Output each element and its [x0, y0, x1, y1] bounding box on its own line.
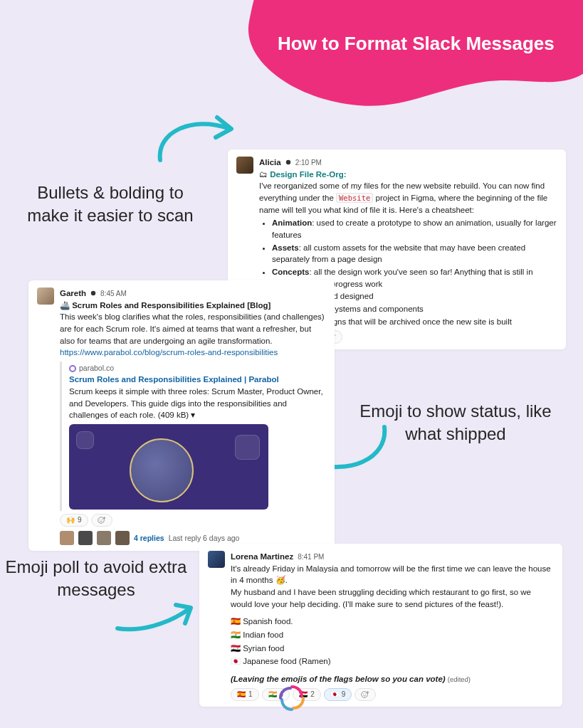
reply-avatar: [60, 531, 74, 545]
user-name[interactable]: Lorena Martinez: [231, 551, 293, 563]
message-line-2: My husband and I have been struggling de…: [231, 586, 554, 610]
status-icon: [285, 157, 291, 169]
poll-option: 🇪🇸 Spanish food.: [231, 616, 554, 628]
svg-point-8: [99, 519, 100, 520]
list-item: Assets: all custom assets for the websit…: [272, 242, 557, 265]
parabol-logo: [278, 684, 306, 712]
message-link[interactable]: https://www.parabol.co/blog/scrum-roles-…: [60, 348, 278, 357]
svg-point-9: [101, 519, 102, 520]
reaction-chip[interactable]: 🇯🇵9: [324, 688, 352, 702]
unfurl-title[interactable]: Scrum Roles and Responsibilities Explain…: [69, 375, 279, 384]
poll-option: 🇯🇵 Japanese food (Ramen): [231, 655, 554, 668]
message-title: Design File Re-Org:: [270, 170, 346, 179]
annotation-emoji-poll: Emoji poll to avoid extra messages: [4, 556, 189, 602]
folder-icon: 🗂: [259, 170, 268, 179]
svg-point-13: [363, 693, 364, 694]
svg-point-6: [91, 291, 95, 295]
edited-label: (edited): [448, 675, 471, 683]
message-body-text: This week's blog clarifies what the role…: [60, 311, 326, 347]
timestamp[interactable]: 8:45 AM: [100, 289, 127, 300]
header-blob: [235, 0, 583, 114]
annotation-bullets-bolding: Bullets & bolding to make it easier to s…: [18, 181, 203, 228]
ship-icon: 🚢: [60, 301, 70, 310]
unfurl-description: Scrum keeps it simple with three roles: …: [69, 386, 326, 421]
unfurl-image[interactable]: [69, 424, 268, 510]
message-title: Scrum Roles and Responsibilities Explain…: [72, 301, 271, 310]
status-icon: [90, 287, 96, 300]
timestamp[interactable]: 2:10 PM: [295, 158, 322, 169]
add-reaction-button[interactable]: [354, 688, 376, 702]
message-title-line: 🚢 Scrum Roles and Responsibilities Expla…: [60, 300, 326, 312]
avatar[interactable]: [236, 157, 253, 174]
reply-avatar: [115, 531, 130, 545]
svg-point-14: [365, 693, 366, 694]
svg-point-0: [285, 160, 290, 164]
unfurl-site: parabol.co: [69, 363, 326, 374]
poll-option: 🇸🇾 Syrian food: [231, 643, 554, 655]
reaction-chip[interactable]: 🇪🇸1: [231, 688, 259, 702]
reaction-chip[interactable]: 🙌9: [60, 514, 88, 527]
slack-message-lorena: Lorena Martinez 8:41 PM It's already Fri…: [199, 544, 562, 707]
message-intro: I've reorganized some of my files for th…: [259, 180, 557, 216]
user-name[interactable]: Alicia: [259, 157, 281, 169]
user-name[interactable]: Gareth: [60, 287, 86, 300]
last-reply-time: Last reply 6 days ago: [169, 533, 240, 544]
page-title: How to Format Slack Messages: [278, 33, 555, 55]
arrow-3: [110, 596, 199, 635]
poll-option: 🇮🇳 Indian food: [231, 629, 554, 641]
replies-link[interactable]: 4 replies: [134, 533, 164, 544]
add-reaction-button[interactable]: [91, 514, 112, 527]
message-title-line: 🗂 Design File Re-Org:: [259, 169, 557, 181]
code-chip: Website: [336, 193, 373, 203]
avatar[interactable]: [208, 551, 225, 568]
slack-message-gareth: Gareth 8:45 AM 🚢 Scrum Roles and Respons…: [28, 280, 335, 551]
link-unfurl: parabol.co Scrum Roles and Responsibilit…: [60, 362, 326, 511]
reply-avatar: [97, 531, 111, 545]
reply-avatar: [78, 531, 93, 545]
list-item: Animation: used to create a prototype to…: [272, 217, 557, 241]
timestamp[interactable]: 8:41 PM: [298, 552, 324, 563]
avatar[interactable]: [37, 287, 54, 305]
parabol-favicon: [69, 365, 76, 372]
message-line-1: It's already Friday in Malaysia and tomo…: [231, 563, 554, 586]
reaction-bar: 🙌9: [60, 514, 326, 527]
